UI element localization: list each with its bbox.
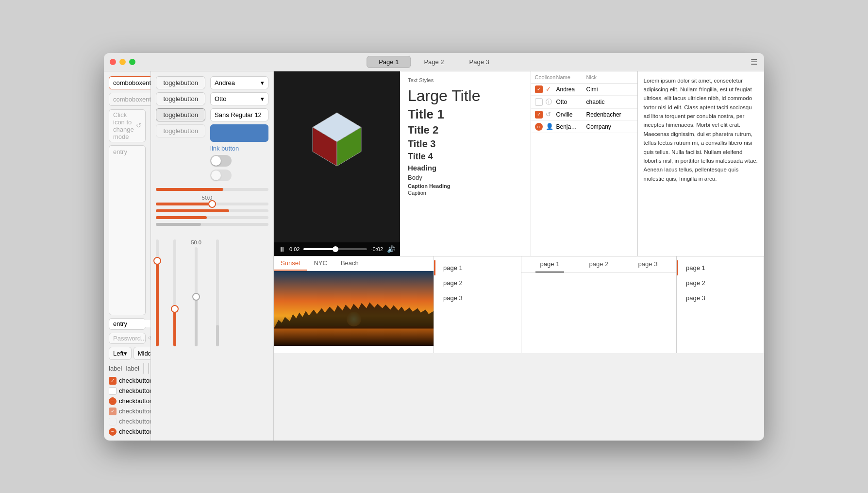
refresh-icon[interactable]: ↺: [136, 122, 142, 129]
toggle-btn1[interactable]: togglebutton: [156, 76, 205, 89]
check4-box: ✓: [109, 408, 117, 415]
spinbox2: 0 − +: [148, 363, 149, 374]
check1-label: checkbutton: [119, 377, 151, 384]
h-slider3-fill: [156, 209, 229, 212]
nav1-item-page2[interactable]: page 2: [434, 275, 521, 290]
entry1[interactable]: entry: [109, 145, 146, 315]
bottom-tab-page1[interactable]: page 1: [535, 256, 565, 272]
tab-bar: Page 1 Page 2 Page 3: [367, 56, 501, 68]
checkbutton6[interactable]: − checkbutton: [109, 428, 151, 436]
dropdown-otto-value: Otto: [215, 95, 227, 102]
minimize-button[interactable]: [119, 59, 126, 65]
hamburger-icon[interactable]: ☰: [751, 57, 757, 67]
bottom-tab-page3[interactable]: page 3: [634, 256, 663, 272]
spin2-value: 0: [149, 363, 149, 374]
photo-tab-nyc[interactable]: NYC: [307, 256, 334, 271]
lorem-panel: Lorem ipsum dolor sit amet, consectetur …: [637, 71, 765, 256]
spin1-value: 50: [144, 363, 144, 374]
bottom-tab-bar: page 1 page 2 page 3: [521, 256, 676, 273]
volume-icon[interactable]: 🔊: [387, 245, 395, 253]
tree-col-cool: Cool: [535, 74, 545, 80]
dropdown-andrea[interactable]: Andrea ▾: [210, 76, 268, 89]
caption-text: Caption: [408, 190, 523, 196]
photo-tabs: Sunset NYC Beach: [274, 256, 434, 271]
password-row: Password... 👁: [109, 333, 146, 344]
tree-row2-name: Otto: [556, 99, 585, 105]
nav2-item-page3[interactable]: page 3: [677, 290, 764, 306]
checkbutton3[interactable]: − checkbutton: [109, 397, 151, 405]
toggle-btn2[interactable]: togglebutton: [156, 92, 205, 105]
align-left-select[interactable]: Left ▾: [109, 347, 132, 360]
v-slider4-track[interactable]: [216, 239, 219, 346]
h-slider3-track[interactable]: [156, 209, 268, 212]
h-slider1-track[interactable]: [156, 188, 268, 191]
dropdown-andrea-arrow: ▾: [261, 79, 264, 86]
toggle-area: togglebutton togglebutton togglebutton t…: [151, 71, 273, 186]
sunset-image: [274, 271, 434, 346]
checkbutton1[interactable]: ✓ checkbutton: [109, 377, 151, 385]
switch2[interactable]: [210, 170, 232, 181]
cube-container: [274, 71, 400, 212]
title2-text: Title 2: [408, 124, 523, 136]
checkbutton4[interactable]: ✓ checkbutton: [109, 408, 151, 415]
tree-panel: Cool Icon Name Nick ✓ ✓ Andrea Cimi: [531, 71, 637, 256]
v-slider1-thumb: [153, 257, 161, 265]
nav1-item-page1[interactable]: page 1: [434, 260, 521, 275]
combobox2[interactable]: comboboxentry ▾: [109, 93, 151, 106]
tree-row1-name: Andrea: [556, 86, 585, 93]
photo-tab-beach[interactable]: Beach: [334, 256, 366, 271]
tree-row1-cool: ✓: [535, 85, 543, 93]
tab-page3[interactable]: Page 3: [457, 56, 501, 68]
body-text: Body: [408, 174, 523, 181]
bottom-tab-page2[interactable]: page 2: [584, 256, 614, 272]
align-left-arrow-icon: ▾: [124, 350, 127, 357]
checkbutton2[interactable]: checkbutton: [109, 387, 151, 395]
tree-col-icon: Icon: [546, 74, 555, 80]
close-button[interactable]: [110, 59, 116, 65]
v-slider2-track[interactable]: [173, 239, 176, 346]
tab-page2[interactable]: Page 2: [412, 56, 456, 68]
tab-page1[interactable]: Page 1: [367, 56, 411, 68]
tree-row-1[interactable]: ✓ ✓ Andrea Cimi: [531, 84, 637, 96]
h-slider5-track[interactable]: [156, 223, 268, 226]
progress-track[interactable]: [303, 248, 367, 250]
check6-label: checkbutton: [119, 428, 151, 435]
pause-button[interactable]: ⏸: [279, 245, 285, 253]
nav2-item-page1[interactable]: page 1: [677, 260, 764, 275]
h-slider2-fill: [156, 203, 212, 205]
v-slider1-track[interactable]: [156, 239, 159, 346]
v-slider3-wrap: 50.0: [191, 239, 201, 346]
checkbutton5[interactable]: checkbutton: [109, 418, 151, 425]
dropdown-otto[interactable]: Otto ▾: [210, 92, 268, 105]
text-styles-title: Text Styles: [408, 77, 523, 83]
h-slider4-wrap: [156, 216, 268, 219]
tree-row4-name: Benja…: [556, 123, 585, 130]
tree-row-3[interactable]: ✓ ↺ Orville Redenbacher: [531, 109, 637, 121]
h-slider2-wrap: 50.0: [156, 195, 268, 205]
align-middle-select[interactable]: Middle ▾: [134, 347, 151, 360]
video-controls: ⏸ 0:02 -0:02 🔊: [274, 242, 400, 256]
label1-text: label: [109, 365, 122, 372]
nav1-item-page3[interactable]: page 3: [434, 290, 521, 306]
combobox1[interactable]: comboboxentry ▾: [109, 76, 151, 89]
v-slider3-track[interactable]: [195, 247, 198, 346]
tree-row-4[interactable]: ○ 👤 Benja… Company: [531, 121, 637, 133]
tree-row4-cool: ○: [535, 123, 543, 131]
toggle-btn4[interactable]: togglebutton: [156, 124, 205, 137]
entry2-input[interactable]: [113, 320, 151, 327]
nav2-item-page2[interactable]: page 2: [677, 275, 764, 290]
tree-row-2[interactable]: ⓘ Otto chaotic: [531, 96, 637, 109]
h-slider4-track[interactable]: [156, 216, 268, 219]
dropdown-andrea-value: Andrea: [215, 79, 235, 86]
color-bar[interactable]: [210, 124, 268, 142]
maximize-button[interactable]: [129, 59, 135, 65]
title3-text: Title 3: [408, 138, 523, 150]
link-button[interactable]: link button: [210, 145, 268, 152]
toggle-btn3[interactable]: togglebutton: [156, 108, 205, 121]
photo-tab-sunset[interactable]: Sunset: [274, 256, 307, 271]
switch1[interactable]: [210, 155, 232, 167]
h-slider2-track[interactable]: [156, 203, 268, 205]
check6-box: −: [109, 428, 117, 436]
font-select[interactable]: Sans Regular 12: [210, 108, 268, 121]
label2-text: label: [126, 365, 139, 372]
